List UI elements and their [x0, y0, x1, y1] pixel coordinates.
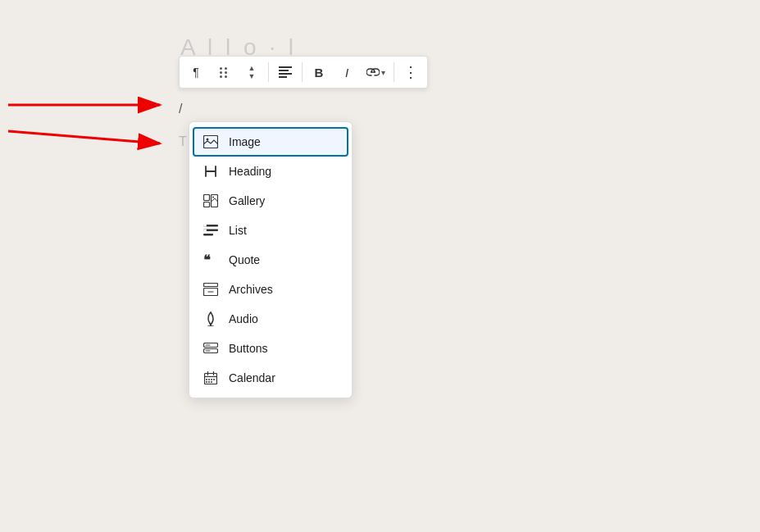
- svg-rect-14: [203, 230, 207, 232]
- menu-item-quote[interactable]: ❝ Quote: [193, 245, 348, 275]
- svg-rect-13: [203, 234, 213, 236]
- block-type-hint: T: [179, 134, 187, 149]
- menu-label-gallery: Gallery: [229, 194, 265, 207]
- svg-point-35: [208, 381, 210, 383]
- menu-item-image[interactable]: Image: [193, 127, 348, 157]
- up-down-icon: ▲ ▼: [248, 65, 256, 80]
- svg-point-30: [206, 379, 207, 380]
- svg-rect-7: [204, 195, 210, 201]
- svg-rect-3: [279, 76, 287, 78]
- menu-item-gallery[interactable]: Gallery: [193, 186, 348, 216]
- menu-label-heading: Heading: [229, 165, 271, 178]
- svg-rect-15: [203, 225, 207, 227]
- block-toolbar: ¶ ▲ ▼ B: [179, 56, 428, 89]
- drag-dots-icon: [220, 67, 228, 78]
- menu-item-list[interactable]: List: [193, 216, 348, 245]
- link-icon: [366, 68, 380, 76]
- more-options-button[interactable]: ⋮: [398, 59, 424, 85]
- menu-label-calendar: Calendar: [229, 371, 275, 384]
- svg-rect-0: [279, 66, 292, 68]
- menu-label-image: Image: [229, 135, 261, 148]
- svg-text:❝: ❝: [203, 254, 211, 266]
- svg-rect-2: [279, 73, 292, 75]
- svg-point-6: [207, 139, 209, 141]
- italic-button[interactable]: I: [334, 59, 360, 85]
- bold-button[interactable]: B: [306, 59, 332, 85]
- buttons-icon: [203, 340, 219, 357]
- editor-area: A l l o · l ¶ ▲ ▼: [0, 0, 760, 532]
- audio-icon: [203, 311, 219, 327]
- slash-text: /: [179, 102, 182, 116]
- toolbar-divider-2: [302, 62, 303, 82]
- calendar-icon: [203, 370, 219, 386]
- svg-rect-8: [204, 202, 210, 207]
- menu-item-calendar[interactable]: Calendar: [193, 363, 348, 393]
- paragraph-button[interactable]: ¶: [183, 59, 209, 85]
- menu-item-archives[interactable]: Archives: [193, 275, 348, 304]
- menu-item-buttons[interactable]: Buttons: [193, 334, 348, 363]
- svg-rect-17: [204, 284, 218, 287]
- link-dropdown-arrow: ▾: [381, 68, 385, 77]
- menu-item-audio[interactable]: Audio: [193, 304, 348, 334]
- toolbar-divider-3: [394, 62, 394, 82]
- menu-label-buttons: Buttons: [229, 342, 267, 355]
- archives-icon: [203, 281, 219, 298]
- svg-point-33: [213, 379, 215, 380]
- block-picker-dropdown: Image Heading Gallery: [189, 121, 353, 398]
- image-icon: [203, 134, 219, 150]
- svg-rect-1: [279, 70, 289, 71]
- svg-point-36: [211, 381, 212, 383]
- svg-point-10: [212, 197, 214, 198]
- gallery-icon: [203, 193, 219, 209]
- menu-label-audio: Audio: [229, 312, 258, 325]
- svg-point-31: [208, 379, 210, 380]
- svg-line-39: [8, 131, 160, 143]
- list-icon: [203, 222, 219, 239]
- menu-label-quote: Quote: [229, 253, 260, 266]
- toolbar-divider-1: [268, 62, 269, 82]
- drag-handle-button[interactable]: [211, 59, 237, 85]
- align-button[interactable]: [272, 59, 298, 85]
- move-up-down-button[interactable]: ▲ ▼: [239, 59, 265, 85]
- annotation-arrows: [0, 82, 213, 180]
- menu-label-list: List: [229, 224, 247, 237]
- menu-label-archives: Archives: [229, 283, 273, 296]
- align-icon: [279, 66, 292, 78]
- link-button[interactable]: ▾: [362, 59, 390, 85]
- svg-point-32: [211, 379, 212, 380]
- heading-icon: [203, 163, 219, 180]
- svg-point-34: [206, 381, 207, 383]
- quote-icon: ❝: [203, 252, 219, 268]
- menu-item-heading[interactable]: Heading: [193, 157, 348, 186]
